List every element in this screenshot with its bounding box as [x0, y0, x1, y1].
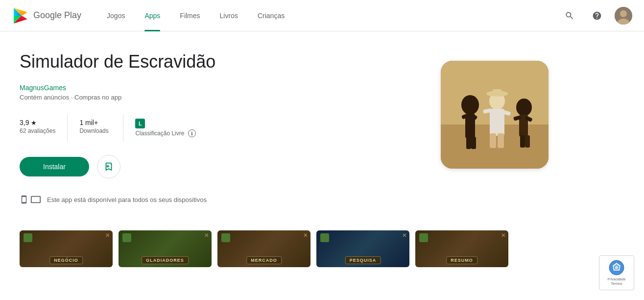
availability-text: Este app está disponível para todos os s… [47, 196, 207, 203]
screenshot-5-close: ✕ [501, 232, 505, 239]
search-button[interactable] [560, 6, 579, 25]
classification-value: L [135, 119, 195, 128]
star-icon: ★ [31, 119, 37, 126]
avatar[interactable] [615, 7, 632, 25]
downloads-block: 1 mil+ Downloads [79, 115, 123, 141]
logo-text: Google Play [33, 10, 81, 21]
classification-label: Classificação Livre ℹ [135, 129, 195, 137]
app-icon [441, 61, 549, 169]
screenshot-3-label: MERCADO [246, 256, 282, 264]
screenshot-4-label: PESQUISA [345, 256, 381, 264]
tablet-icon [30, 194, 41, 205]
screenshot-2[interactable]: ✕ GLADIADORES [119, 230, 212, 267]
nav-item-filmes[interactable]: Filmes [170, 0, 210, 31]
screenshot-1-close: ✕ [105, 232, 110, 239]
nav-item-criancas[interactable]: Crianças [248, 0, 294, 31]
screenshot-4-icon [320, 233, 329, 242]
screenshot-1-icon [24, 233, 32, 242]
downloads-value: 1 mil+ [79, 119, 111, 126]
screenshot-4[interactable]: ✕ PESQUISA [316, 230, 409, 267]
app-meta: Contém anúncios · Compras no app [20, 94, 421, 101]
screenshot-1[interactable]: ✕ NEGÓCIO [20, 230, 113, 267]
nav-item-livros[interactable]: Livros [210, 0, 248, 31]
main-content: Simulador de Escravidão MagnusGames Cont… [0, 31, 588, 221]
wishlist-button[interactable] [97, 155, 120, 178]
screenshot-1-label: NEGÓCIO [49, 256, 83, 264]
app-icon-inner [441, 61, 549, 169]
screenshot-3-close: ✕ [303, 232, 308, 239]
recaptcha-icon [609, 260, 624, 275]
header: Google Play Jogos Apps Filmes Livros Cri… [0, 0, 644, 31]
screenshot-4-close: ✕ [402, 232, 406, 239]
buttons-row: Instalar [20, 155, 421, 178]
rating-block: 3,9 ★ 62 avaliações [20, 115, 68, 141]
nav-item-apps[interactable]: Apps [135, 0, 170, 31]
classification-block: L Classificação Livre ℹ [135, 115, 207, 141]
bookmark-add-icon [103, 161, 114, 172]
recaptcha-badge: Privacidade Termos [599, 255, 634, 277]
screenshot-5[interactable]: ✕ RESUMO [415, 230, 508, 267]
screenshot-5-icon [419, 233, 428, 242]
screenshot-5-label: RESUMO [446, 256, 477, 264]
classification-info-icon[interactable]: ℹ [188, 129, 196, 137]
install-button[interactable]: Instalar [20, 157, 89, 176]
app-info: Simulador de Escravidão MagnusGames Cont… [20, 51, 421, 221]
screenshot-3-icon [221, 233, 230, 242]
screenshot-2-icon [122, 233, 131, 242]
device-icon [20, 194, 41, 205]
rating-value: 3,9 ★ [20, 119, 55, 126]
header-actions [560, 6, 632, 25]
stats-row: 3,9 ★ 62 avaliações 1 mil+ Downloads L C… [20, 115, 421, 141]
app-icon-container [441, 61, 568, 221]
screenshots-strip: ✕ NEGÓCIO ✕ GLADIADORES ✕ MERCADO ✕ PESQ… [0, 221, 644, 277]
app-title: Simulador de Escravidão [20, 51, 421, 72]
classification-icon: L [135, 119, 145, 128]
help-icon [592, 11, 602, 21]
search-icon [565, 11, 574, 21]
phone-icon [20, 195, 28, 204]
svg-rect-30 [441, 61, 549, 169]
svg-point-5 [620, 10, 627, 17]
screenshot-3[interactable]: ✕ MERCADO [217, 230, 310, 267]
developer-name[interactable]: MagnusGames [20, 84, 421, 92]
nav-item-jogos[interactable]: Jogos [97, 0, 135, 31]
rating-label: 62 avaliações [20, 127, 55, 134]
google-play-logo-icon [12, 7, 29, 25]
downloads-label: Downloads [79, 127, 111, 134]
help-button[interactable] [587, 6, 607, 25]
logo-link[interactable]: Google Play [12, 7, 81, 25]
screenshot-2-label: GLADIADORES [142, 256, 189, 264]
main-nav: Jogos Apps Filmes Livros Crianças [97, 0, 560, 31]
availability-notice: Este app está disponível para todos os s… [20, 194, 421, 205]
screenshot-2-close: ✕ [204, 232, 209, 239]
